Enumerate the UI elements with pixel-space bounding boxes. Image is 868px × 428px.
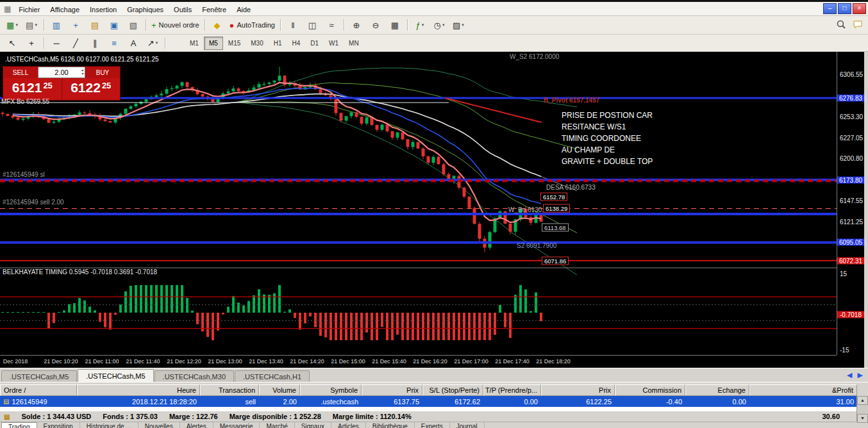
templates-dropdown-icon[interactable]: ▾: [462, 22, 464, 28]
terminal-tab-nouvelles[interactable]: Nouvelles: [138, 422, 180, 428]
minimize-button[interactable]: –: [823, 3, 837, 14]
navigator-button[interactable]: ▤: [85, 17, 104, 33]
column-header-echange[interactable]: Echange: [685, 384, 749, 396]
timeframe-m30-button[interactable]: M30: [246, 37, 268, 50]
menu-item-aide[interactable]: Aide: [231, 4, 256, 15]
column-header-commission[interactable]: Commission: [615, 384, 685, 396]
indicators-dropdown-icon[interactable]: ▾: [422, 22, 424, 28]
one-click-trading-panel[interactable]: SELL 2.00 ▴▾ BUY 6121 25 6122 25: [3, 66, 121, 101]
terminal-tab-journal[interactable]: Journal: [450, 422, 485, 428]
trendline-button[interactable]: ╱: [66, 35, 85, 51]
terminal-tab-trading[interactable]: Trading: [1, 422, 37, 428]
column-header-s-l-stop-perte[interactable]: S/L (Stop/Perte): [422, 384, 483, 396]
timeframe-h1-button[interactable]: H1: [269, 37, 287, 50]
timeframe-w1-button[interactable]: W1: [324, 37, 344, 50]
volume-spinner-icon[interactable]: ▴▾: [81, 68, 83, 76]
chart-bars-button[interactable]: ‖: [283, 17, 303, 33]
ask-price[interactable]: 6122 25: [62, 78, 121, 100]
strategy-tester-button[interactable]: ▧: [124, 17, 143, 33]
chart-tab-1[interactable]: .USTECHCash,M5: [78, 369, 153, 382]
scroll-down-icon[interactable]: ▼: [857, 414, 868, 423]
crosshair-button[interactable]: +: [22, 35, 41, 51]
symbol-ohlc-line: .USTECHCash,M5 6126.00 6127.00 6121.25 6…: [5, 56, 159, 63]
column-header-ordre[interactable]: Ordre /: [0, 384, 77, 396]
arrows-dropdown-icon[interactable]: ▾: [156, 40, 158, 45]
restore-button[interactable]: □: [838, 3, 851, 14]
timeframe-d1-button[interactable]: D1: [305, 37, 324, 50]
volume-input[interactable]: 2.00 ▴▾: [38, 67, 85, 78]
templates-button[interactable]: ▨▾: [449, 17, 468, 33]
profiles-dropdown-icon[interactable]: ▾: [35, 22, 37, 28]
terminal-tab-biblioth-que[interactable]: Bibliothèque: [366, 422, 415, 428]
periods-dropdown-icon[interactable]: ▾: [442, 22, 445, 28]
zoom-in-button[interactable]: ⊕: [347, 17, 366, 33]
zoom-out-button[interactable]: ⊖: [366, 17, 385, 33]
search-icon[interactable]: [836, 19, 846, 32]
tile-windows-button[interactable]: ▦: [385, 17, 405, 33]
indicators-button[interactable]: ƒ▾: [410, 17, 430, 33]
tabs-scroll-right-icon[interactable]: ▶: [858, 371, 863, 379]
terminal-button[interactable]: ▣: [104, 17, 124, 33]
market-watch-button[interactable]: ▥: [47, 17, 66, 33]
fibonacci-button[interactable]: ≡: [104, 35, 124, 51]
chart-candles-button[interactable]: ◫: [303, 17, 322, 33]
new-chart-dropdown-icon[interactable]: ▾: [15, 22, 18, 28]
column-header-heure[interactable]: Heure: [77, 384, 200, 396]
data-window-button[interactable]: +: [66, 17, 85, 33]
menu-item-fichier[interactable]: Fichier: [13, 4, 45, 15]
column-header-t-p-prendre-p[interactable]: T/P (Prendre/p...: [483, 384, 541, 396]
periods-button[interactable]: ◷▾: [430, 17, 449, 33]
bid-price[interactable]: 6121 25: [3, 78, 62, 100]
timeframe-h4-button[interactable]: H4: [287, 37, 306, 50]
terminal-tab-march[interactable]: Marché: [260, 422, 294, 428]
terminal-tab-signaux[interactable]: Signaux: [295, 422, 331, 428]
arrows-button[interactable]: ↗▾: [143, 35, 162, 51]
menu-item-affichage[interactable]: Affichage: [45, 4, 85, 15]
terminal-tab-articles[interactable]: Articles: [331, 422, 366, 428]
menu-item-insertion[interactable]: Insertion: [85, 4, 122, 15]
timeframe-m15-button[interactable]: M15: [223, 37, 246, 50]
table-cell: 0.00: [685, 396, 749, 407]
horizontal-line-button[interactable]: ─: [47, 35, 66, 51]
new-order-button[interactable]: +Nouvel ordre: [149, 17, 202, 33]
column-header-transaction[interactable]: Transaction: [200, 384, 259, 396]
terminal-tab-experts[interactable]: Experts: [415, 422, 450, 428]
column-header-prix[interactable]: Prix: [362, 384, 422, 396]
close-button[interactable]: ×: [853, 3, 866, 14]
metaeditor-button[interactable]: ◆: [208, 17, 227, 33]
community-chat-icon[interactable]: [853, 19, 863, 32]
terminal-tab-messagerie[interactable]: Messagerie: [213, 422, 260, 428]
column-header-prix[interactable]: Prix: [541, 384, 615, 396]
toolbar-separator: [146, 19, 146, 31]
terminal-tab-alertes[interactable]: Alertes: [180, 422, 213, 428]
cursor-button[interactable]: ↖: [3, 35, 22, 51]
profiles-button[interactable]: ▤▾: [22, 17, 41, 33]
timeframe-mn-button[interactable]: MN: [344, 37, 364, 50]
timeframe-m1-button[interactable]: M1: [185, 37, 204, 50]
terminal-tab-exposition[interactable]: Exposition: [37, 422, 80, 428]
column-header-symbole[interactable]: Symbole: [300, 384, 362, 396]
sell-button[interactable]: SELL: [3, 67, 38, 78]
chart-line-button[interactable]: ≈: [322, 17, 341, 33]
chart-window[interactable]: .USTECHCash,M5 6126.00 6127.00 6121.25 6…: [0, 52, 864, 368]
scroll-up-icon[interactable]: ▲: [857, 396, 868, 405]
chart-tab-0[interactable]: .USTECHCash,M5: [1, 370, 77, 382]
channel-button[interactable]: ∥: [85, 35, 104, 51]
menu-item-outils[interactable]: Outils: [169, 4, 197, 15]
menu-item-graphiques[interactable]: Graphiques: [122, 4, 169, 15]
terminal-scrollbar[interactable]: ▲▼: [856, 396, 868, 422]
chart-tab-2[interactable]: .USTECHCash,M30: [154, 370, 234, 382]
column-header-volume[interactable]: Volume: [259, 384, 300, 396]
autotrading-button[interactable]: ●AutoTrading: [227, 17, 278, 33]
terminal-tab-historique-de[interactable]: Historique de ...: [80, 422, 138, 428]
new-chart-button[interactable]: ▦▾: [3, 17, 22, 33]
buy-button[interactable]: BUY: [85, 67, 120, 78]
menu-item-fen-tre[interactable]: Fenêtre: [197, 4, 231, 15]
tabs-scroll-left-icon[interactable]: ◀: [847, 371, 852, 379]
price-chart[interactable]: [0, 52, 837, 355]
column-header-profit[interactable]: &Profit: [749, 384, 857, 396]
chart-tab-3[interactable]: .USTECHCash,H1: [235, 370, 310, 382]
text-button[interactable]: A: [124, 35, 143, 51]
table-row[interactable]: ▤1261459492018.12.21 18:28:20sell2.00.us…: [0, 396, 857, 407]
timeframe-m5-button[interactable]: M5: [204, 37, 223, 50]
